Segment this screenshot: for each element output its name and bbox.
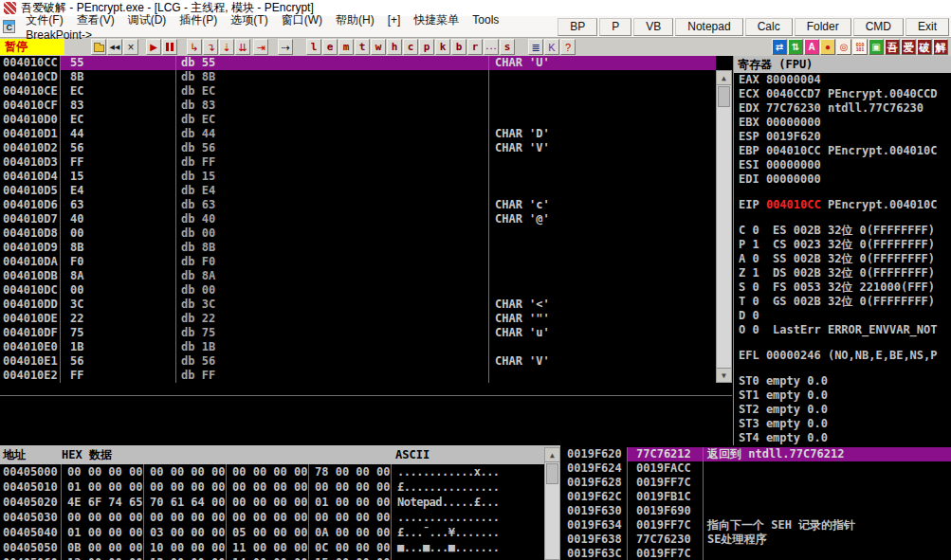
register-line[interactable]: S 0 FS 0053 32位 221000(FFF) [734, 280, 951, 295]
cmd-button[interactable]: CMD [853, 18, 904, 36]
stack-row[interactable]: 0019F6280019FF7C [560, 476, 951, 490]
goto-icon[interactable]: ⇢ [278, 39, 293, 55]
notepad-button[interactable]: Notepad [675, 18, 742, 36]
disasm-row[interactable]: 004010E01Bdb 1B [0, 340, 716, 354]
disasm-row[interactable]: 004010CF83db 83 [0, 99, 716, 113]
menu-item-help[interactable]: 帮助(H) [329, 12, 381, 28]
disasm-row[interactable]: 004010DC00db 00 [0, 283, 716, 298]
bp-button[interactable]: BP [558, 18, 597, 36]
up-down-arrows-icon[interactable]: ⇅ [788, 39, 803, 55]
disasm-row[interactable]: 004010D3FFdb FF [0, 155, 716, 170]
dump-row[interactable]: 004050204E 6F 74 6570 61 64 0000 00 00 0… [0, 495, 543, 510]
references-button[interactable]: r [467, 39, 483, 55]
menu-item-view[interactable]: 查看(V) [70, 12, 121, 28]
stack-row[interactable]: 0019F62C0019FB1C [560, 490, 951, 504]
red-dot-icon[interactable]: ● [820, 39, 835, 55]
scroll-up-icon[interactable] [717, 71, 731, 85]
breakpoints-button[interactable]: b [451, 39, 466, 55]
disasm-row[interactable]: 004010DF75db 75CHAR 'u' [0, 326, 716, 340]
register-line[interactable]: EIP 004010CC PEncrypt.004010C [734, 198, 951, 212]
register-line[interactable]: D 0 [734, 309, 951, 323]
executables-button[interactable]: e [322, 39, 338, 55]
step-over-icon[interactable]: ↴ [203, 39, 218, 55]
stack-row[interactable]: 0019F63C0019FF7C [560, 547, 951, 560]
step-into-icon[interactable]: ↳ [187, 39, 202, 55]
disasm-row[interactable]: 004010D800db 00 [0, 226, 716, 241]
disasm-row[interactable]: 004010DB8Adb 8A [0, 269, 716, 283]
stack-row[interactable]: 0019F62077C76212返回到 ntdll.77C76212 [560, 447, 951, 461]
disasm-row[interactable]: 004010D5E4db E4 [0, 184, 716, 198]
register-line[interactable]: ESP 0019F620 [734, 130, 951, 144]
disasm-row[interactable]: 004010D740db 40CHAR '@' [0, 212, 716, 226]
close-icon[interactable]: × [123, 39, 138, 55]
disasm-row[interactable]: 004010DD3Cdb 3CCHAR '<' [0, 298, 716, 312]
run-to-return-icon[interactable]: ⇥ [253, 39, 268, 55]
call-stack-button[interactable]: k [435, 39, 450, 55]
disasm-row[interactable]: 004010E2FFdb FF [0, 369, 716, 383]
scroll-thumb[interactable] [546, 463, 558, 484]
register-line[interactable]: ECX 0040CCD7 PEncrypt.0040CCD [734, 87, 951, 101]
dump-row[interactable]: 0040506012 00 00 0013 00 00 0014 00 00 0… [0, 555, 543, 560]
windows-button[interactable]: w [371, 39, 386, 55]
register-line[interactable]: EDI 00000000 [734, 172, 951, 187]
handles-button[interactable]: h [387, 39, 402, 55]
disasm-row[interactable]: 004010D415db 15 [0, 170, 716, 184]
calc-button[interactable]: Calc [745, 18, 793, 36]
folder-button[interactable]: Folder [795, 18, 851, 36]
register-line[interactable]: ST0 empty 0.0 [734, 374, 951, 388]
disasm-row[interactable]: 004010D663db 63CHAR 'c' [0, 198, 716, 212]
register-line[interactable]: ST1 empty 0.0 [734, 388, 951, 403]
patches-button[interactable]: p [419, 39, 434, 55]
vb-button[interactable]: VB [633, 18, 673, 36]
stack-row[interactable]: 0019F6340019FF7C指向下一个 SEH 记录的指针 [560, 518, 951, 533]
jie-cn-button[interactable]: 解 [933, 39, 948, 55]
scroll-down-icon[interactable] [717, 368, 731, 382]
disasm-row[interactable]: 004010D0ECdb EC [0, 113, 716, 127]
menu-item-quick-menu[interactable]: 快捷菜单 [407, 12, 466, 28]
disasm-row[interactable]: 004010DAF0db F0 [0, 255, 716, 269]
disasm-row[interactable]: 004010CD8Bdb 8B [0, 70, 716, 84]
trace-over-icon[interactable]: ⇊ [235, 39, 250, 55]
stack-row[interactable]: 0019F63877C76230SE处理程序 [560, 533, 951, 547]
memory-map-button[interactable]: m [338, 39, 354, 55]
ai-cn-button[interactable]: 爱 [901, 39, 916, 55]
disasm-row[interactable]: 004010D144db 44CHAR 'D' [0, 127, 716, 141]
stack-row[interactable]: 0019F6300019F690 [560, 504, 951, 518]
register-line[interactable]: C 0 ES 002B 32位 0(FFFFFFFF) [734, 224, 951, 238]
disasm-row[interactable]: 004010D98Bdb 8B [0, 241, 716, 255]
menu-item-debug[interactable]: 调试(D) [121, 12, 174, 28]
source-button[interactable]: s [500, 39, 515, 55]
run-trace-button[interactable]: ... [484, 39, 499, 55]
k-plugin-icon[interactable]: K [544, 39, 559, 55]
exit-button[interactable]: Exit [905, 18, 949, 36]
disasm-row[interactable]: 004010CC55db 55CHAR 'U' [0, 56, 716, 70]
register-line[interactable]: P 1 CS 0023 32位 0(FFFFFFFF) [734, 238, 951, 252]
register-line[interactable]: Z 1 DS 002B 32位 0(FFFFFFFF) [734, 266, 951, 280]
scroll-thumb[interactable] [718, 86, 730, 107]
register-line[interactable]: EDX 77C76230 ntdll.77C76230 [734, 101, 951, 116]
register-line[interactable]: EFL 00000246 (NO,NB,E,BE,NS,P [734, 349, 951, 363]
register-line[interactable]: A 0 SS 002B 32位 0(FFFFFFFF) [734, 252, 951, 266]
stack-row[interactable]: 0019F6240019FACC [560, 461, 951, 476]
log-window-button[interactable]: l [306, 39, 321, 55]
register-line[interactable]: EBP 004010CC PEncrypt.004010C [734, 144, 951, 158]
register-line[interactable]: T 0 GS 002B 32位 0(FFFFFFFF) [734, 295, 951, 309]
menu-item-options[interactable]: 选项(T) [224, 12, 274, 28]
register-line[interactable]: ST2 empty 0.0 [734, 403, 951, 417]
dump-row[interactable]: 0040501001 00 00 0000 00 00 0000 00 00 0… [0, 479, 543, 495]
menu-item-plus[interactable]: [+] [381, 13, 408, 27]
register-line[interactable]: EAX 80000004 [734, 73, 951, 87]
swap-arrows-icon[interactable]: ⇄ [772, 39, 787, 55]
dump-row[interactable]: 0040504001 00 00 0003 00 00 0005 00 00 0… [0, 525, 543, 540]
threads-button[interactable]: t [355, 39, 370, 55]
dump-row[interactable]: 0040503000 00 00 0000 00 00 0000 00 00 0… [0, 510, 543, 525]
options-list-icon[interactable]: ≣ [528, 39, 543, 55]
menu-item-plugins[interactable]: 插件(P) [173, 12, 224, 28]
disasm-row[interactable]: 004010E156db 56CHAR 'V' [0, 354, 716, 369]
dump-scrollbar[interactable] [544, 447, 560, 560]
wu-cn-button[interactable]: 吾 [885, 39, 900, 55]
spiral-icon[interactable]: ◎ [836, 39, 851, 55]
po-cn-button[interactable]: 破 [917, 39, 932, 55]
binary-010-icon[interactable]: 010 101 [852, 39, 868, 55]
trace-into-icon[interactable]: ⇣ [219, 39, 234, 55]
